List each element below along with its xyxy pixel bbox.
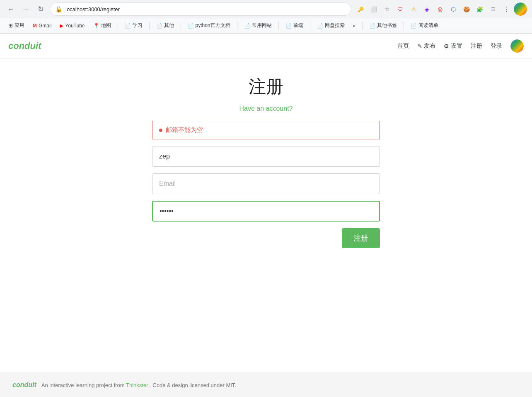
nav-home[interactable]: 首页 [397,42,409,50]
error-item: 邮箱不能为空 [159,126,373,134]
reading-label: 阅读清单 [418,22,438,29]
key-icon-btn[interactable] [355,3,366,15]
nav-avatar[interactable] [510,39,524,53]
maps-label: 地图 [101,22,111,29]
translate-icon: ⬜ [370,6,377,12]
bookmark-other[interactable]: 📄 其他 [153,21,177,30]
study-label: 学习 [133,22,143,29]
bookmark-reading[interactable]: 📄 阅读清单 [407,21,442,30]
python-icon: 📄 [188,23,194,29]
youtube-icon: ▶ [60,23,63,29]
have-account-link[interactable]: Have an account? [239,105,293,112]
puzzle-btn[interactable]: 🧩 [474,3,486,15]
nav: conduit 首页 ✎ 发布 ⚙ 设置 注册 登录 [0,34,532,58]
error-bullet [159,129,162,132]
nav-links: 首页 ✎ 发布 ⚙ 设置 注册 登录 [397,39,524,53]
username-input[interactable] [152,146,380,167]
apps-icon: ⊞ [8,22,13,29]
bookmarks-bar: ⊞ 应用 M Gmail ▶ YouTube 📍 地图 📄 学习 📄 其他 📄 … [0,18,532,33]
bookmark-sep-3 [181,22,181,30]
toolbar-icons: ⬜ 🛡 ⚠ ◈ ◎ ⬡ 🍪 🧩 [355,2,527,16]
bookmark-sep-8 [404,22,404,30]
nav-register[interactable]: 注册 [471,42,482,50]
forward-button[interactable] [20,3,31,15]
address-bar[interactable]: 🔒 localhost:3000/register [50,2,351,16]
star-btn[interactable] [381,3,393,15]
other-icon: 📄 [156,23,162,29]
bookmark-sep-5 [278,22,279,30]
nav-login[interactable]: 登录 [491,42,502,50]
bookmark-youtube[interactable]: ▶ YouTube [56,22,88,30]
url-text: localhost:3000/register [65,6,346,12]
bookmark-disk[interactable]: 📄 网盘搜索 [314,21,348,30]
error-message: 邮箱不能为空 [166,126,203,134]
submit-row: 注册 [152,228,380,248]
bookmark-sep-2 [149,22,150,30]
nav-settings[interactable]: ⚙ 设置 [444,42,462,50]
page-title: 注册 [249,75,283,98]
cookie-btn[interactable]: 🍪 [461,3,472,15]
reload-icon [38,5,44,14]
star-icon [384,6,390,12]
nav-publish[interactable]: ✎ 发布 [417,42,435,50]
bookmark-frontend[interactable]: 📄 前端 [282,21,307,30]
hexagon-icon: ⬡ [451,6,456,12]
bookmark-common[interactable]: 📄 常用网站 [241,21,275,30]
y-icon: ◈ [425,6,429,12]
bookmark-other-bookmarks[interactable]: 📄 其他书签 [366,21,400,30]
footer-text-before: An interactive learning project from [41,382,125,388]
common-icon: 📄 [244,23,250,29]
back-button[interactable] [5,3,17,15]
python-label: python官方文档 [196,22,230,29]
gmail-label: Gmail [39,23,51,29]
warn-btn[interactable]: ⚠ [408,3,419,15]
footer-logo: conduit [12,381,36,389]
avatar-image [514,2,527,16]
disk-label: 网盘搜索 [325,22,345,29]
footer: conduit An interactive learning project … [0,373,532,397]
disk-icon: 📄 [317,23,323,29]
hexagon-btn[interactable]: ⬡ [447,3,459,15]
nav-publish-label: 发布 [424,42,435,50]
puzzle-icon: 🧩 [476,6,483,12]
app: conduit 首页 ✎ 发布 ⚙ 设置 注册 登录 [0,34,532,397]
frontend-icon: 📄 [285,23,292,29]
back-icon [7,5,15,14]
submit-button[interactable]: 注册 [342,228,380,248]
settings-icon: ⚙ [444,43,449,49]
reload-button[interactable] [35,3,46,15]
other-bookmarks-label: 其他书签 [377,22,397,29]
avatar[interactable] [514,2,527,16]
bookmark-study[interactable]: 📄 学习 [121,21,146,30]
password-input[interactable] [152,201,380,222]
translate-btn[interactable]: ⬜ [368,3,380,15]
reading-icon: 📄 [411,23,417,29]
bookmark-apps[interactable]: ⊞ 应用 [5,21,28,30]
forward-icon [22,5,29,14]
circle-icon: ◎ [438,6,443,12]
nav-home-label: 首页 [397,42,409,50]
y-btn[interactable]: ◈ [421,3,433,15]
lock-icon: 🔒 [55,6,62,12]
publish-icon: ✎ [417,43,422,49]
more-label: » [353,23,356,29]
dots-icon [503,5,510,13]
key-icon [358,6,364,12]
bookmark-more[interactable]: » [350,22,359,30]
email-input[interactable] [152,173,380,194]
browser-chrome: 🔒 localhost:3000/register ⬜ 🛡 ⚠ ◈ ◎ ⬡ 🍪 … [0,0,532,34]
circle-btn[interactable]: ◎ [434,3,446,15]
bookmark-maps[interactable]: 📍 地图 [90,21,114,30]
footer-text-after: . Code & design licensed under MIT. [150,382,236,388]
nav-login-label: 登录 [491,42,502,50]
footer-thinkster-link[interactable]: Thinkster [126,382,148,388]
bookmark-gmail[interactable]: M Gmail [29,22,55,30]
dots-btn[interactable] [501,3,512,15]
bookmark-sep-1 [118,22,118,30]
maps-icon: 📍 [93,23,99,29]
gmail-icon: M [33,23,37,29]
bookmark-python[interactable]: 📄 python官方文档 [184,21,234,30]
list-btn[interactable] [487,3,499,15]
browser-toolbar: 🔒 localhost:3000/register ⬜ 🛡 ⚠ ◈ ◎ ⬡ 🍪 … [0,0,532,18]
shield-btn[interactable]: 🛡 [394,3,406,15]
